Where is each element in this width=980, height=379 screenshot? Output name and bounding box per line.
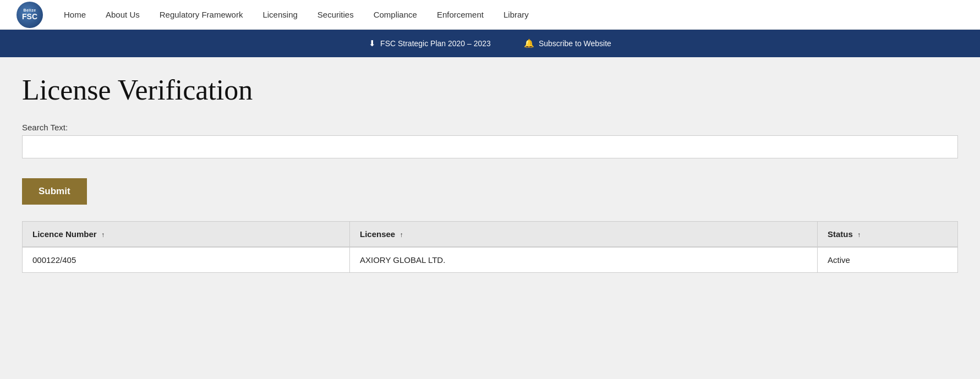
main-content: License Verification Search Text: Submit… bbox=[0, 57, 980, 295]
col-header-licensee[interactable]: Licensee ↑ bbox=[350, 222, 818, 248]
page-title: License Verification bbox=[22, 74, 958, 106]
col-header-status-label: Status bbox=[828, 229, 853, 239]
subscribe-label: Subscribe to Website bbox=[539, 39, 611, 48]
nav-item-securities[interactable]: Securities bbox=[308, 0, 364, 30]
nav-link-about-us[interactable]: About Us bbox=[96, 0, 150, 30]
nav-item-home[interactable]: Home bbox=[54, 0, 96, 30]
nav-link-compliance[interactable]: Compliance bbox=[364, 0, 427, 30]
cell-status: Active bbox=[818, 247, 958, 273]
sort-arrow-status: ↑ bbox=[857, 231, 861, 239]
table-header: Licence Number ↑ Licensee ↑ Status ↑ bbox=[23, 222, 958, 248]
cell-licence-number: 000122/405 bbox=[23, 247, 350, 273]
logo[interactable]: Belize FSC bbox=[17, 2, 43, 28]
banner-bar: ⬇ FSC Strategic Plan 2020 – 2023 🔔 Subsc… bbox=[0, 30, 980, 57]
submit-button[interactable]: Submit bbox=[22, 178, 87, 205]
cell-licensee: AXIORY GLOBAL LTD. bbox=[350, 247, 818, 273]
table-row: 000122/405 AXIORY GLOBAL LTD. Active bbox=[23, 247, 958, 273]
nav-link-regulatory-framework[interactable]: Regulatory Framework bbox=[150, 0, 253, 30]
col-header-status[interactable]: Status ↑ bbox=[818, 222, 958, 248]
logo-fsc: FSC bbox=[22, 13, 37, 21]
nav-item-library[interactable]: Library bbox=[494, 0, 539, 30]
nav-item-compliance[interactable]: Compliance bbox=[364, 0, 427, 30]
search-label: Search Text: bbox=[22, 123, 958, 132]
nav-links: Home About Us Regulatory Framework Licen… bbox=[54, 0, 539, 30]
sort-arrow-licence: ↑ bbox=[101, 231, 105, 239]
search-input[interactable] bbox=[22, 135, 958, 158]
nav-link-securities[interactable]: Securities bbox=[308, 0, 364, 30]
nav-item-regulatory-framework[interactable]: Regulatory Framework bbox=[150, 0, 253, 30]
strategic-plan-label: FSC Strategic Plan 2020 – 2023 bbox=[380, 39, 491, 48]
nav-link-home[interactable]: Home bbox=[54, 0, 96, 30]
col-header-licensee-label: Licensee bbox=[360, 229, 395, 239]
bell-icon: 🔔 bbox=[524, 39, 534, 48]
col-header-licence-number-label: Licence Number bbox=[32, 229, 97, 239]
table-body: 000122/405 AXIORY GLOBAL LTD. Active bbox=[23, 247, 958, 273]
sort-arrow-licensee: ↑ bbox=[399, 231, 403, 239]
nav-item-licensing[interactable]: Licensing bbox=[253, 0, 307, 30]
table-header-row: Licence Number ↑ Licensee ↑ Status ↑ bbox=[23, 222, 958, 248]
strategic-plan-link[interactable]: ⬇ FSC Strategic Plan 2020 – 2023 bbox=[369, 39, 491, 48]
nav-item-enforcement[interactable]: Enforcement bbox=[427, 0, 494, 30]
col-header-licence-number[interactable]: Licence Number ↑ bbox=[23, 222, 350, 248]
logo-icon: Belize FSC bbox=[17, 2, 43, 28]
search-section: Search Text: bbox=[22, 123, 958, 158]
subscribe-link[interactable]: 🔔 Subscribe to Website bbox=[524, 39, 611, 48]
nav-link-licensing[interactable]: Licensing bbox=[253, 0, 307, 30]
navbar: Belize FSC Home About Us Regulatory Fram… bbox=[0, 0, 980, 30]
results-table: Licence Number ↑ Licensee ↑ Status ↑ 000… bbox=[22, 221, 958, 273]
nav-link-library[interactable]: Library bbox=[494, 0, 539, 30]
nav-item-about-us[interactable]: About Us bbox=[96, 0, 150, 30]
nav-link-enforcement[interactable]: Enforcement bbox=[427, 0, 494, 30]
download-icon: ⬇ bbox=[369, 39, 376, 48]
